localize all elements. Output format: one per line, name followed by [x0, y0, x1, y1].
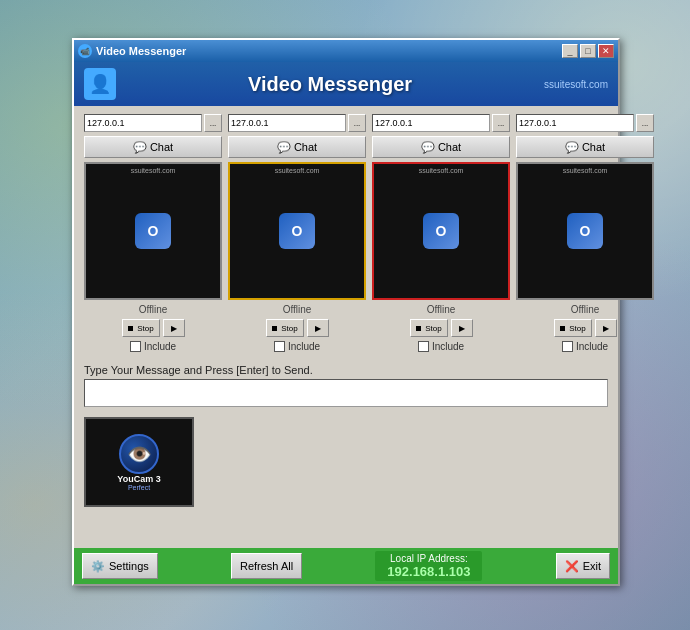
play-icon-1: ▶ [171, 324, 177, 333]
youcam-inner: 👁️ YouCam 3 Perfect [117, 434, 160, 491]
status-3: Offline [427, 304, 456, 315]
play-icon-4: ▶ [603, 324, 609, 333]
stop-icon-2: ⏹ [271, 324, 279, 333]
ip-row-1: ... [84, 114, 222, 132]
browse-btn-4[interactable]: ... [636, 114, 654, 132]
window-title: Video Messenger [96, 45, 186, 57]
stop-icon-1: ⏹ [127, 324, 135, 333]
app-icon: 📹 [78, 44, 92, 58]
right-spacer [202, 417, 608, 507]
control-row-3: ⏹ Stop ▶ [372, 319, 510, 337]
titlebar-buttons: _ □ ✕ [562, 44, 614, 58]
titlebar-left: 📹 Video Messenger [78, 44, 186, 58]
play-icon-3: ▶ [459, 324, 465, 333]
video-panel-1: ssuitesoft.com O [84, 162, 222, 300]
chat-btn-4[interactable]: 💬 Chat [516, 136, 654, 158]
statusbar: ⚙️ Settings Refresh All Local IP Address… [74, 548, 618, 584]
logo-1: ssuitesoft.com [86, 167, 220, 174]
bottom-section: 👁️ YouCam 3 Perfect [74, 413, 618, 511]
stop-btn-3[interactable]: ⏹ Stop [410, 319, 448, 337]
chat-btn-3[interactable]: 💬 Chat [372, 136, 510, 158]
ip-label: Local IP Address: [390, 553, 468, 564]
youcam-eye-icon: 👁️ [119, 434, 159, 474]
header-subtitle: ssuitesoft.com [544, 79, 608, 90]
chat-icon-3: 💬 [421, 141, 435, 154]
ip-input-1[interactable] [84, 114, 202, 132]
video-panel-3: ssuitesoft.com O [372, 162, 510, 300]
include-checkbox-2[interactable] [274, 341, 285, 352]
video-columns: ... 💬 Chat ssuitesoft.com O Offline ⏹ [84, 114, 608, 352]
stop-btn-2[interactable]: ⏹ Stop [266, 319, 304, 337]
stop-icon-4: ⏹ [559, 324, 567, 333]
stop-icon-3: ⏹ [415, 324, 423, 333]
play-icon-2: ▶ [315, 324, 321, 333]
ip-row-2: ... [228, 114, 366, 132]
logo-4: ssuitesoft.com [518, 167, 652, 174]
include-row-3: Include [418, 341, 464, 352]
control-row-4: ⏹ Stop ▶ [516, 319, 654, 337]
column-1: ... 💬 Chat ssuitesoft.com O Offline ⏹ [84, 114, 222, 352]
control-row-2: ⏹ Stop ▶ [228, 319, 366, 337]
include-row-4: Include [562, 341, 608, 352]
chat-icon-2: 💬 [277, 141, 291, 154]
video-panel-2: ssuitesoft.com O [228, 162, 366, 300]
youcam-sublabel: Perfect [128, 484, 150, 491]
include-checkbox-3[interactable] [418, 341, 429, 352]
logo-2: ssuitesoft.com [230, 167, 364, 174]
app-icon-box-3: O [423, 213, 459, 249]
settings-icon: ⚙️ [91, 560, 105, 573]
play-btn-2[interactable]: ▶ [307, 319, 329, 337]
header-icon: 👤 [84, 68, 116, 100]
message-input[interactable] [84, 379, 608, 407]
stop-btn-4[interactable]: ⏹ Stop [554, 319, 592, 337]
app-icon-box-1: O [135, 213, 171, 249]
chat-icon-4: 💬 [565, 141, 579, 154]
include-checkbox-1[interactable] [130, 341, 141, 352]
column-4: ... 💬 Chat ssuitesoft.com O Offline ⏹ [516, 114, 654, 352]
stop-btn-1[interactable]: ⏹ Stop [122, 319, 160, 337]
status-1: Offline [139, 304, 168, 315]
ip-input-3[interactable] [372, 114, 490, 132]
status-4: Offline [571, 304, 600, 315]
exit-button[interactable]: ❌ Exit [556, 553, 610, 579]
include-checkbox-4[interactable] [562, 341, 573, 352]
chat-btn-1[interactable]: 💬 Chat [84, 136, 222, 158]
status-2: Offline [283, 304, 312, 315]
app-icon-box-4: O [567, 213, 603, 249]
header-band: 👤 Video Messenger ssuitesoft.com [74, 62, 618, 106]
close-button[interactable]: ✕ [598, 44, 614, 58]
webcam-box: 👁️ YouCam 3 Perfect [84, 417, 194, 507]
video-panel-4: ssuitesoft.com O [516, 162, 654, 300]
minimize-button[interactable]: _ [562, 44, 578, 58]
ip-input-4[interactable] [516, 114, 634, 132]
youcam-label: YouCam 3 [117, 474, 160, 484]
chat-btn-2[interactable]: 💬 Chat [228, 136, 366, 158]
exit-icon: ❌ [565, 560, 579, 573]
chat-icon-1: 💬 [133, 141, 147, 154]
play-btn-4[interactable]: ▶ [595, 319, 617, 337]
play-btn-1[interactable]: ▶ [163, 319, 185, 337]
maximize-button[interactable]: □ [580, 44, 596, 58]
logo-3: ssuitesoft.com [374, 167, 508, 174]
header-title: Video Messenger [116, 73, 544, 96]
ip-row-3: ... [372, 114, 510, 132]
column-3: ... 💬 Chat ssuitesoft.com O Offline ⏹ [372, 114, 510, 352]
control-row-1: ⏹ Stop ▶ [84, 319, 222, 337]
browse-btn-1[interactable]: ... [204, 114, 222, 132]
ip-display: Local IP Address: 192.168.1.103 [375, 551, 482, 581]
message-label: Type Your Message and Press [Enter] to S… [84, 364, 608, 376]
main-window: 📹 Video Messenger _ □ ✕ 👤 Video Messenge… [72, 38, 620, 586]
ip-input-2[interactable] [228, 114, 346, 132]
include-row-1: Include [130, 341, 176, 352]
settings-button[interactable]: ⚙️ Settings [82, 553, 158, 579]
play-btn-3[interactable]: ▶ [451, 319, 473, 337]
main-content: ... 💬 Chat ssuitesoft.com O Offline ⏹ [74, 106, 618, 360]
refresh-button[interactable]: Refresh All [231, 553, 302, 579]
message-section: Type Your Message and Press [Enter] to S… [74, 360, 618, 413]
ip-row-4: ... [516, 114, 654, 132]
browse-btn-3[interactable]: ... [492, 114, 510, 132]
ip-value: 192.168.1.103 [387, 564, 470, 579]
include-row-2: Include [274, 341, 320, 352]
browse-btn-2[interactable]: ... [348, 114, 366, 132]
column-2: ... 💬 Chat ssuitesoft.com O Offline ⏹ [228, 114, 366, 352]
